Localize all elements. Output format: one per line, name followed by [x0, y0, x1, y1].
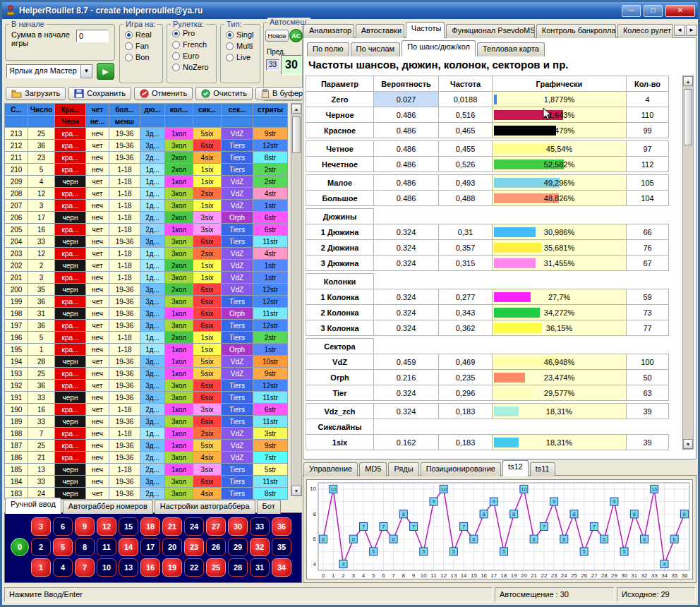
pad-cell-35[interactable]: 35: [272, 538, 291, 556]
history-col-header[interactable]: С...: [5, 104, 28, 116]
radio-singl[interactable]: Singl: [226, 30, 260, 39]
history-col-header[interactable]: бол...: [109, 104, 140, 116]
radio-french[interactable]: French: [172, 40, 216, 49]
pad-cell-15[interactable]: 15: [119, 517, 138, 536]
radio-multi[interactable]: Multi: [226, 42, 260, 50]
freq-row[interactable]: Vdz_zch0.3240,18318,31%39: [306, 404, 669, 419]
tstab-ряды[interactable]: Ряды: [388, 462, 418, 476]
history-row[interactable]: 18933черннеч19-363д...3кол6sixTiers11str: [5, 416, 288, 428]
freq-row[interactable]: 1six0.1620,18318,31%39: [306, 435, 669, 450]
tab-автоставки[interactable]: Автоставки: [356, 24, 404, 38]
pad-cell-16[interactable]: 16: [140, 558, 160, 577]
tab-колесо-рулет[interactable]: Колесо рулет: [617, 24, 673, 38]
freq-scrollbar[interactable]: ▲ ▼: [682, 76, 694, 450]
inputtab-настройки-автограббера[interactable]: Настройки автограббера: [155, 500, 255, 514]
history-col-header[interactable]: сик...: [193, 104, 222, 116]
freq-scroll-thumb[interactable]: [684, 89, 692, 145]
scroll-down-icon[interactable]: ▼: [291, 486, 301, 495]
history-row[interactable]: 2073кра...неч1-181д...3кол1sixVdZ1str: [5, 200, 288, 212]
history-row[interactable]: 18513черннеч1-182д...1кол3sixTiers5str: [5, 464, 288, 476]
pad-cell-14[interactable]: 14: [119, 538, 138, 556]
freq-row[interactable]: Красное0.4860,46546,479%99: [306, 123, 669, 138]
history-row[interactable]: 18433черннеч19-363д...3кол6sixTiers11str: [5, 476, 288, 488]
inputtab-ручной-ввод[interactable]: Ручной ввод: [5, 498, 61, 514]
history-row[interactable]: 20617черннеч1-182д...2кол3sixOrph6str: [5, 212, 288, 224]
pad-cell-18[interactable]: 18: [140, 517, 160, 536]
history-scrollbar[interactable]: ▲ ▼: [291, 103, 302, 496]
pad-cell-21[interactable]: 21: [162, 517, 182, 536]
history-row[interactable]: 20312кра...чет1-181д...3кол2sixVdZ4str: [5, 248, 288, 260]
radio-pro[interactable]: Pro: [172, 29, 216, 37]
freq-row[interactable]: Zero0.0270,01881,8779%4: [306, 92, 669, 107]
history-col-header[interactable]: стриты: [253, 104, 288, 116]
tab-функционал-psevdoms[interactable]: Функционал PsevdoMS: [446, 24, 534, 38]
inputtab-бот[interactable]: Бот: [257, 500, 281, 514]
pad-cell-2[interactable]: 2: [31, 538, 51, 556]
pad-cell-24[interactable]: 24: [184, 517, 204, 536]
history-row[interactable]: 19428чернчет19-363д...1кол5sixVdZ10str: [5, 356, 288, 368]
pad-cell-31[interactable]: 31: [250, 558, 270, 577]
freq-row[interactable]: Нечетное0.4860,52652,582%112: [306, 157, 669, 172]
freq-row[interactable]: 1 Дюжина0.3240,3130,986%66: [306, 224, 669, 240]
history-row[interactable]: 2022чернчет1-181д...2кол1sixVdZ1str: [5, 260, 288, 272]
history-col-header[interactable]: Кра...: [55, 104, 86, 116]
history-row[interactable]: 19325кра...неч19-363д...1кол5sixVdZ9str: [5, 368, 288, 380]
history-col-header[interactable]: дю...: [140, 104, 165, 116]
отменить-button[interactable]: Отменить: [134, 87, 193, 100]
new-button[interactable]: Новое: [265, 30, 289, 42]
pad-cell-7[interactable]: 7: [75, 558, 95, 577]
tab-частоты[interactable]: Частоты: [406, 22, 445, 38]
radio-bon[interactable]: Bon: [125, 53, 162, 61]
pad-cell-28[interactable]: 28: [228, 558, 248, 577]
pad-cell-11[interactable]: 11: [97, 538, 116, 556]
pad-cell-30[interactable]: 30: [228, 517, 248, 536]
pad-cell-10[interactable]: 10: [97, 558, 116, 577]
pad-cell-19[interactable]: 19: [162, 558, 182, 577]
subtab-по-полю[interactable]: По полю: [307, 42, 349, 56]
subtab-по-числам[interactable]: По числам: [351, 42, 401, 56]
tstab-управление[interactable]: Управление: [303, 462, 358, 476]
radio-euro[interactable]: Euro: [172, 52, 216, 60]
freq-row[interactable]: Черное0.4860,51651,643%110: [306, 107, 669, 123]
tab-scroll-left-icon[interactable]: ◄: [674, 25, 685, 36]
загрузить-button[interactable]: Загрузить: [6, 87, 66, 100]
radio-real[interactable]: Real: [125, 30, 162, 39]
scroll-up-icon[interactable]: ▲: [291, 104, 301, 114]
history-col-header[interactable]: Число: [28, 104, 55, 116]
minimize-button[interactable]: ─: [622, 5, 641, 17]
freq-row[interactable]: 2 Дюжина0.3240,35735,681%76: [306, 240, 669, 256]
pad-cell-25[interactable]: 25: [206, 558, 226, 577]
radio-live[interactable]: Live: [226, 53, 260, 61]
pad-cell-1[interactable]: 1: [31, 558, 51, 577]
pad-cell-4[interactable]: 4: [53, 558, 73, 577]
history-row[interactable]: 20516кра...чет1-182д...1кол3sixTiers6str: [5, 224, 288, 236]
history-row[interactable]: 1951кра...неч1-181д...1кол1sixOrph1str: [5, 344, 288, 356]
maximize-button[interactable]: □: [644, 5, 663, 17]
history-row[interactable]: 1887кра...неч1-181д...1кол2sixVdZ3str: [5, 428, 288, 440]
history-row[interactable]: 19236кра...чет19-363д...3кол6sixTiers12s…: [5, 380, 288, 392]
pad-cell-32[interactable]: 32: [250, 538, 270, 556]
freq-row[interactable]: Малое0.4860,49349,296%105: [306, 175, 669, 191]
close-button[interactable]: ✕: [665, 5, 695, 17]
pad-cell-8[interactable]: 8: [75, 538, 95, 556]
tstab-ts12[interactable]: ts12: [502, 460, 529, 476]
pad-cell-36[interactable]: 36: [272, 517, 291, 536]
pad-cell-26[interactable]: 26: [206, 538, 226, 556]
history-row[interactable]: 1965кра...неч1-181д...2кол1sixTiers2str: [5, 332, 288, 344]
pad-cell-3[interactable]: 3: [31, 517, 51, 536]
tstab-ts11[interactable]: ts11: [530, 462, 555, 476]
freq-col-header[interactable]: Параметр: [306, 76, 374, 92]
history-row[interactable]: 19831черннеч19-363д...1кол6sixOrph11str: [5, 308, 288, 320]
sum-input[interactable]: 0: [76, 30, 109, 42]
history-row[interactable]: 19936кра...чет19-363д...3кол6sixTiers12s…: [5, 296, 288, 308]
pad-cell-20[interactable]: 20: [162, 538, 182, 556]
history-row[interactable]: 18621кра...неч19-362д...3кол4sixVdZ7str: [5, 452, 288, 464]
freq-row[interactable]: 3 Дюжина0.3240,31531,455%67: [306, 256, 669, 271]
history-col-header[interactable]: сек...: [222, 104, 253, 116]
freq-col-header[interactable]: Частота: [439, 76, 493, 92]
pad-cell-29[interactable]: 29: [228, 538, 248, 556]
freq-row[interactable]: Четное0.4860,45545,54%97: [306, 141, 669, 157]
history-col-header[interactable]: кол...: [165, 104, 193, 116]
history-row[interactable]: 19133черннеч19-363д...3кол6sixTiers11str: [5, 392, 288, 404]
tab-контроль-банкролла[interactable]: Контроль банкролла: [536, 24, 616, 38]
